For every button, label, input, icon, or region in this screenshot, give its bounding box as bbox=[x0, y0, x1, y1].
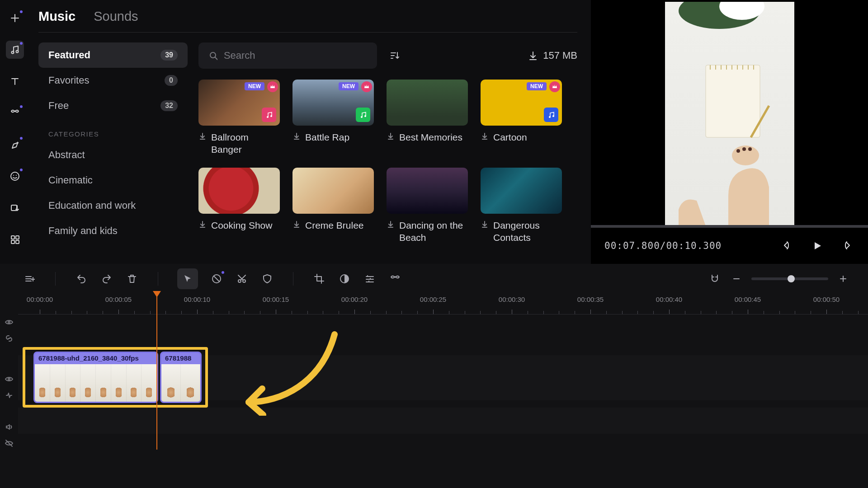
sidebar-item-free[interactable]: Free 32 bbox=[38, 93, 188, 118]
zoom-slider[interactable] bbox=[751, 277, 828, 280]
select-tool-icon[interactable] bbox=[177, 268, 198, 289]
track-card[interactable]: Cooking Show bbox=[198, 168, 280, 244]
new-badge: NEW bbox=[245, 82, 264, 90]
timeline-clip[interactable]: 6781988-uhd_2160_3840_30fps bbox=[33, 352, 158, 403]
tab-sounds[interactable]: Sounds bbox=[94, 9, 138, 24]
track-thumb[interactable]: NEW bbox=[198, 80, 280, 126]
next-frame-icon[interactable] bbox=[842, 239, 854, 252]
export-panel-icon[interactable] bbox=[6, 199, 24, 217]
music-panel-icon[interactable] bbox=[6, 41, 24, 59]
play-icon[interactable] bbox=[811, 239, 824, 252]
playhead[interactable] bbox=[156, 294, 157, 450]
ruler-mark: 00:00:45 bbox=[735, 296, 761, 303]
effects-panel-icon[interactable] bbox=[6, 136, 24, 154]
timeline-ruler[interactable]: 00:00:0000:00:0500:00:1000:00:1500:00:20… bbox=[18, 294, 868, 314]
track-card[interactable]: NEWBattle Rap bbox=[292, 80, 374, 156]
ruler-mark: 00:00:15 bbox=[263, 296, 289, 303]
redo-icon[interactable] bbox=[100, 272, 113, 286]
track-thumb[interactable] bbox=[292, 168, 374, 214]
new-badge: NEW bbox=[339, 82, 359, 90]
preview-video[interactable] bbox=[665, 2, 794, 226]
search-box[interactable] bbox=[198, 42, 377, 69]
tab-music[interactable]: Music bbox=[38, 9, 75, 24]
text-panel-icon[interactable] bbox=[6, 72, 24, 90]
track-title: Battle Rap bbox=[305, 131, 349, 143]
category-family[interactable]: Family and kids bbox=[38, 218, 188, 244]
svg-point-16 bbox=[552, 115, 554, 117]
stickers-panel-icon[interactable] bbox=[6, 167, 24, 185]
download-icon[interactable] bbox=[481, 220, 489, 228]
transition-icon[interactable] bbox=[388, 272, 402, 286]
track-card[interactable]: Dancing on the Beach bbox=[387, 168, 468, 244]
zoom-out-icon[interactable] bbox=[730, 272, 743, 286]
track-eye-icon[interactable] bbox=[4, 374, 14, 384]
more-panels-icon[interactable] bbox=[6, 230, 24, 249]
library-tabs: Music Sounds bbox=[38, 9, 577, 33]
library-panel: Music Sounds Featured 39 Favorites 0 Fre… bbox=[29, 0, 591, 264]
link-icon[interactable] bbox=[4, 333, 14, 343]
track-title: Dangerous Contacts bbox=[493, 219, 562, 244]
timeline-toolbar bbox=[0, 264, 868, 294]
track-thumb[interactable] bbox=[387, 168, 468, 214]
track-thumb[interactable] bbox=[481, 168, 562, 214]
add-track-icon[interactable] bbox=[23, 272, 36, 286]
svg-rect-9 bbox=[16, 240, 19, 244]
zoom-in-icon[interactable] bbox=[836, 272, 850, 286]
sidebar-item-featured[interactable]: Featured 39 bbox=[38, 42, 188, 68]
download-icon[interactable] bbox=[481, 132, 489, 140]
category-education[interactable]: Education and work bbox=[38, 193, 188, 218]
track-card[interactable]: Creme Brulee bbox=[292, 168, 374, 244]
track-card[interactable]: NEWCartoon bbox=[481, 80, 562, 156]
delete-icon[interactable] bbox=[125, 272, 139, 286]
filters-icon[interactable] bbox=[363, 272, 377, 286]
category-abstract[interactable]: Abstract bbox=[38, 142, 188, 168]
cut-tool-icon[interactable] bbox=[235, 272, 249, 286]
sidebar-item-favorites[interactable]: Favorites 0 bbox=[38, 68, 188, 93]
disable-tool-icon[interactable] bbox=[210, 272, 223, 286]
track-thumb[interactable] bbox=[387, 80, 468, 126]
track-card[interactable]: Dangerous Contacts bbox=[481, 168, 562, 244]
new-badge: NEW bbox=[527, 82, 547, 90]
timeline-canvas[interactable]: 00:00:0000:00:0500:00:1000:00:1500:00:20… bbox=[18, 294, 868, 473]
track-title: Best Memories bbox=[399, 131, 462, 143]
magnet-icon[interactable] bbox=[708, 272, 722, 286]
track-card[interactable]: Best Memories bbox=[387, 80, 468, 156]
shield-tool-icon[interactable] bbox=[260, 272, 274, 286]
undo-icon[interactable] bbox=[75, 272, 88, 286]
svg-rect-7 bbox=[16, 236, 19, 239]
premium-icon bbox=[549, 81, 560, 92]
svg-point-38 bbox=[8, 321, 10, 323]
download-icon[interactable] bbox=[387, 132, 395, 140]
download-icon[interactable] bbox=[292, 220, 301, 228]
prev-frame-icon[interactable] bbox=[780, 239, 793, 252]
download-icon[interactable] bbox=[387, 220, 395, 228]
track-card[interactable]: NEWBallroom Banger bbox=[198, 80, 280, 156]
preview-scrubbar[interactable] bbox=[591, 225, 868, 228]
download-icon bbox=[528, 51, 538, 61]
search-input[interactable] bbox=[224, 50, 367, 61]
download-icon[interactable] bbox=[198, 220, 207, 228]
hide-icon[interactable] bbox=[4, 438, 14, 448]
download-size[interactable]: 157 MB bbox=[528, 50, 577, 61]
category-label: Abstract bbox=[48, 149, 85, 161]
svg-rect-19 bbox=[706, 65, 760, 137]
ruler-mark: 00:00:35 bbox=[577, 296, 604, 303]
track-thumb[interactable]: NEW bbox=[481, 80, 562, 126]
svg-point-12 bbox=[270, 115, 272, 117]
audio-track-lane[interactable] bbox=[18, 408, 868, 434]
transitions-panel-icon[interactable] bbox=[6, 104, 24, 122]
crop-icon[interactable] bbox=[312, 272, 326, 286]
download-icon[interactable] bbox=[198, 132, 207, 140]
track-thumb[interactable]: NEW bbox=[292, 80, 374, 126]
search-icon bbox=[208, 51, 217, 61]
audio-icon[interactable] bbox=[4, 422, 14, 432]
category-cinematic[interactable]: Cinematic bbox=[38, 168, 188, 193]
sort-icon[interactable] bbox=[387, 48, 402, 63]
eye-icon[interactable] bbox=[4, 317, 14, 327]
download-icon[interactable] bbox=[292, 132, 301, 140]
timeline-clip[interactable]: 6781988 bbox=[160, 352, 202, 403]
track-fx-icon[interactable] bbox=[4, 390, 14, 400]
add-media-icon[interactable] bbox=[6, 9, 24, 27]
color-adjust-icon[interactable] bbox=[338, 272, 351, 286]
track-thumb[interactable] bbox=[198, 168, 280, 214]
